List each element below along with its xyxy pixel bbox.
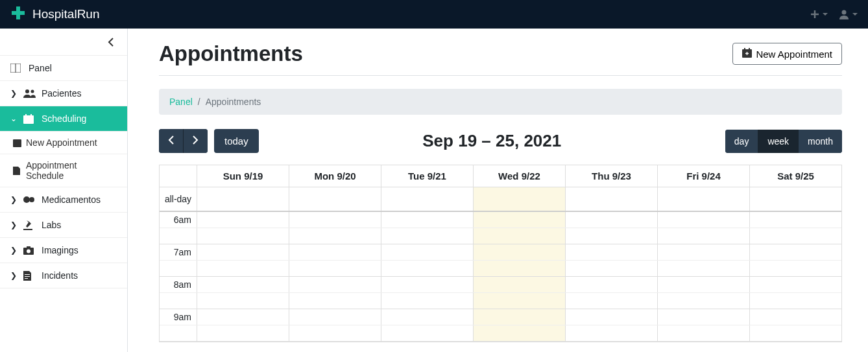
calendar-slot[interactable] xyxy=(197,309,289,325)
calendar-day-header[interactable]: Tue 9/21 xyxy=(381,165,474,187)
calendar-slot[interactable] xyxy=(658,325,750,341)
svg-point-6 xyxy=(31,90,34,93)
calendar-slot[interactable] xyxy=(289,325,381,341)
calendar-slot[interactable] xyxy=(474,244,566,260)
calendar-slot[interactable] xyxy=(474,293,566,309)
calendar-slot[interactable] xyxy=(197,325,289,341)
calendar-slot[interactable] xyxy=(658,309,750,325)
calendar-slot[interactable] xyxy=(750,244,841,260)
calendar-day-header[interactable]: Thu 9/23 xyxy=(566,165,658,187)
calendar-slot[interactable] xyxy=(381,212,474,228)
calendar-slot[interactable] xyxy=(566,325,658,341)
calendar-day-header[interactable]: Mon 9/20 xyxy=(289,165,381,187)
add-dropdown[interactable] xyxy=(810,9,828,19)
calendar-slot[interactable] xyxy=(289,277,381,292)
new-appointment-button[interactable]: New Appointment xyxy=(732,43,842,65)
calendar-slot[interactable] xyxy=(566,261,658,276)
calendar-slot[interactable] xyxy=(474,309,566,325)
calendar-slot[interactable] xyxy=(658,244,750,260)
sidebar-item-labs[interactable]: ❯ Labs xyxy=(0,213,127,238)
calendar-slot[interactable] xyxy=(474,212,566,228)
calendar-slot[interactable] xyxy=(566,244,658,260)
calendar-allday-cell[interactable] xyxy=(566,187,658,211)
sidebar-subitem-appointment-schedule[interactable]: Appointment Schedule xyxy=(0,154,127,187)
calendar-allday-cell[interactable] xyxy=(381,187,474,211)
calendar-slot[interactable] xyxy=(658,293,750,309)
calendar-slot[interactable] xyxy=(381,309,474,325)
sidebar-subitem-label: New Appointment xyxy=(26,137,97,148)
calendar-body[interactable]: 6am7am8am9am xyxy=(160,212,841,342)
calendar-slot[interactable] xyxy=(658,228,750,244)
user-dropdown[interactable] xyxy=(838,8,858,20)
calendar-slot[interactable] xyxy=(289,228,381,244)
calendar-slot[interactable] xyxy=(750,325,841,341)
calendar-allday-cell[interactable] xyxy=(197,187,289,211)
calendar-day-header[interactable]: Fri 9/24 xyxy=(658,165,750,187)
sidebar-item-panel[interactable]: Panel xyxy=(0,55,127,81)
calendar-allday-cell[interactable] xyxy=(474,187,566,211)
calendar-day-header[interactable]: Sun 9/19 xyxy=(197,165,289,187)
calendar-slot[interactable] xyxy=(289,309,381,325)
calendar-slot[interactable] xyxy=(197,261,289,276)
sidebar-collapse[interactable] xyxy=(0,29,127,55)
calendar-slot[interactable] xyxy=(289,293,381,309)
calendar-slot[interactable] xyxy=(566,277,658,292)
svg-point-11 xyxy=(23,196,30,203)
calendar-slot[interactable] xyxy=(197,228,289,244)
calendar-slot[interactable] xyxy=(381,261,474,276)
calendar-slot[interactable] xyxy=(197,277,289,292)
calendar-slot[interactable] xyxy=(289,244,381,260)
sidebar-item-pacientes[interactable]: ❯ Pacientes xyxy=(0,81,127,106)
calendar-slot[interactable] xyxy=(381,293,474,309)
calendar-slot[interactable] xyxy=(658,277,750,292)
calendar-slot[interactable] xyxy=(750,277,841,292)
calendar-slot[interactable] xyxy=(197,212,289,228)
calendar-slot[interactable] xyxy=(381,277,474,292)
calendar-slot[interactable] xyxy=(289,261,381,276)
calendar-slot[interactable] xyxy=(750,293,841,309)
calendar-slot[interactable] xyxy=(566,293,658,309)
calendar-slot[interactable] xyxy=(658,261,750,276)
calendar-slot[interactable] xyxy=(750,261,841,276)
calendar-slot[interactable] xyxy=(289,212,381,228)
calendar-slot[interactable] xyxy=(750,212,841,228)
calendar-day-header[interactable]: Sat 9/25 xyxy=(750,165,841,187)
calendar-allday-cell[interactable] xyxy=(750,187,841,211)
calendar-slot[interactable] xyxy=(381,244,474,260)
calendar-slot[interactable] xyxy=(566,228,658,244)
calendar-day-header[interactable]: Wed 9/22 xyxy=(474,165,566,187)
view-week-button[interactable]: week xyxy=(758,130,799,153)
calendar-slot[interactable] xyxy=(750,228,841,244)
svg-point-5 xyxy=(25,89,29,93)
calendar-next-button[interactable] xyxy=(184,129,208,153)
calendar-slot[interactable] xyxy=(197,244,289,260)
view-day-button[interactable]: day xyxy=(725,130,759,153)
calendar-slot[interactable] xyxy=(474,325,566,341)
dashboard-icon xyxy=(10,64,29,73)
calendar-slot[interactable] xyxy=(197,293,289,309)
calendar-prev-button[interactable] xyxy=(159,129,184,153)
calendar-slot[interactable] xyxy=(381,228,474,244)
calendar-slot[interactable] xyxy=(474,277,566,292)
sidebar-item-incidents[interactable]: ❯ Incidents xyxy=(0,263,127,288)
calendar-today-button[interactable]: today xyxy=(214,129,259,153)
calendar-slot[interactable] xyxy=(566,212,658,228)
calendar-time-label: 9am xyxy=(160,309,197,325)
sidebar-item-scheduling[interactable]: ⌄ Scheduling xyxy=(0,106,127,132)
calendar-allday-cell[interactable] xyxy=(658,187,750,211)
calendar-slot[interactable] xyxy=(381,325,474,341)
calendar-time-label xyxy=(160,293,197,309)
breadcrumb-home[interactable]: Panel xyxy=(169,97,193,107)
calendar-slot[interactable] xyxy=(750,309,841,325)
calendar-allday-cell[interactable] xyxy=(289,187,381,211)
sidebar-item-medicamentos[interactable]: ❯ Medicamentos xyxy=(0,187,127,213)
view-month-button[interactable]: month xyxy=(799,130,842,153)
calendar-slot[interactable] xyxy=(658,212,750,228)
calendar-slot[interactable] xyxy=(566,309,658,325)
calendar-slot[interactable] xyxy=(474,228,566,244)
svg-point-14 xyxy=(27,249,30,253)
brand[interactable]: HospitalRun xyxy=(10,5,100,24)
sidebar-item-imagings[interactable]: ❯ Imagings xyxy=(0,238,127,263)
sidebar-subitem-new-appointment[interactable]: New Appointment xyxy=(0,132,127,154)
calendar-slot[interactable] xyxy=(474,261,566,276)
